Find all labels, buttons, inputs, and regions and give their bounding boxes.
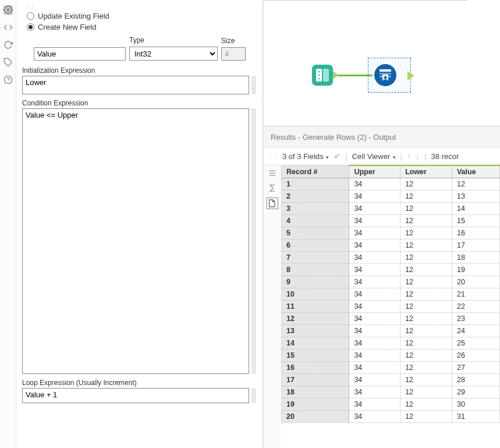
cell[interactable]: 34 (349, 337, 400, 349)
cell[interactable]: 15 (452, 214, 499, 227)
cell[interactable]: 12 (400, 190, 452, 202)
table-row[interactable]: 18341229 (282, 386, 500, 398)
table-row[interactable]: 6341217 (282, 239, 500, 251)
table-row[interactable]: 3341214 (282, 202, 500, 214)
cell[interactable]: 12 (400, 239, 452, 251)
col-header[interactable]: Lower (400, 165, 452, 178)
cell[interactable]: 34 (349, 300, 400, 312)
grip-icon[interactable]: ⋮⋮⋮ (267, 151, 286, 158)
cell[interactable]: 34 (349, 324, 400, 337)
table-row[interactable]: 5341216 (282, 227, 500, 239)
radio-update-existing[interactable]: Update Existing Field (27, 12, 256, 20)
cell[interactable]: 20 (452, 276, 499, 288)
cell[interactable]: 34 (349, 178, 400, 190)
cell[interactable]: 12 (452, 178, 499, 190)
refresh-icon[interactable] (3, 40, 13, 50)
table-row[interactable]: 7341218 (282, 251, 500, 263)
output-anchor-icon[interactable] (407, 71, 414, 80)
table-row[interactable]: 16341227 (282, 361, 500, 373)
radio-create-new[interactable]: Create New Field (27, 23, 256, 31)
loop-expr-textarea[interactable]: Value + 1 (22, 388, 249, 403)
table-row[interactable]: 11341222 (282, 300, 500, 312)
cell[interactable]: 12 (400, 312, 452, 324)
table-row[interactable]: 1341212 (282, 178, 500, 190)
view-sigma-icon[interactable] (267, 182, 278, 194)
cell[interactable]: 12 (400, 410, 452, 422)
cell[interactable]: 27 (452, 361, 499, 373)
table-row[interactable]: 12341223 (282, 312, 500, 324)
cell[interactable]: 18 (452, 251, 499, 263)
cell[interactable]: 34 (349, 349, 400, 361)
cell[interactable]: 22 (452, 300, 499, 312)
cell[interactable]: 34 (349, 276, 400, 288)
code-icon[interactable] (3, 22, 13, 33)
cell[interactable]: 34 (349, 288, 400, 300)
view-page-icon[interactable] (267, 197, 278, 209)
cell[interactable]: 34 (349, 361, 400, 373)
cell[interactable]: 34 (349, 410, 400, 422)
cell[interactable]: 12 (400, 227, 452, 239)
input-tool-node[interactable] (310, 63, 335, 87)
table-row[interactable]: 14341225 (282, 337, 500, 349)
cell[interactable]: 21 (452, 288, 499, 300)
cell[interactable]: 12 (400, 300, 452, 312)
cell[interactable]: 34 (349, 202, 400, 214)
cell[interactable]: 34 (349, 373, 400, 386)
cell[interactable]: 12 (400, 178, 452, 190)
help-icon[interactable] (3, 75, 13, 85)
cell[interactable]: 34 (349, 251, 400, 263)
cell[interactable]: 12 (400, 276, 452, 288)
scrollbar-icon[interactable] (251, 108, 256, 374)
cell[interactable]: 31 (452, 410, 499, 422)
cell[interactable]: 30 (452, 398, 499, 410)
table-row[interactable]: 4341215 (282, 214, 500, 227)
cell[interactable]: 34 (349, 312, 400, 324)
cell[interactable]: 26 (452, 349, 499, 361)
col-header[interactable]: Record # (282, 165, 349, 178)
cell[interactable]: 12 (400, 386, 452, 398)
cell[interactable]: 17 (452, 239, 499, 251)
table-row[interactable]: 8341219 (282, 263, 500, 276)
view-list-icon[interactable] (267, 167, 278, 179)
workflow-canvas[interactable] (264, 0, 500, 127)
cond-expr-textarea[interactable]: Value <= Upper (22, 108, 249, 374)
table-row[interactable]: 19341230 (282, 398, 500, 410)
cell[interactable]: 34 (349, 239, 400, 251)
cell[interactable]: 12 (400, 349, 452, 361)
cell[interactable]: 12 (400, 324, 452, 337)
table-row[interactable]: 13341224 (282, 324, 500, 337)
cell[interactable]: 34 (349, 386, 400, 398)
cell[interactable]: 12 (400, 214, 452, 227)
cell[interactable]: 34 (349, 214, 400, 227)
cell[interactable]: 29 (452, 386, 499, 398)
col-header[interactable]: Value (452, 165, 499, 178)
table-row[interactable]: 2341213 (282, 190, 500, 202)
cell[interactable]: 12 (400, 263, 452, 276)
table-row[interactable]: 10341221 (282, 288, 500, 300)
table-row[interactable]: 17341228 (282, 373, 500, 386)
fields-summary[interactable]: 3 of 3 Fields ▾ (282, 152, 329, 161)
cell[interactable]: 12 (400, 288, 452, 300)
cell[interactable]: 34 (349, 398, 400, 410)
connection-line[interactable] (333, 75, 373, 76)
cell[interactable]: 12 (400, 202, 452, 214)
cell[interactable]: 34 (349, 190, 400, 202)
cell[interactable]: 12 (400, 337, 452, 349)
cell[interactable]: 13 (452, 190, 499, 202)
col-header[interactable]: Upper (349, 165, 400, 178)
init-expr-textarea[interactable]: Lower (22, 76, 249, 94)
cell[interactable]: 12 (400, 373, 452, 386)
output-anchor-icon[interactable] (333, 71, 339, 79)
table-row[interactable]: 20341231 (282, 410, 500, 422)
check-icon[interactable]: ✔ (334, 151, 341, 161)
cell[interactable]: 25 (452, 337, 499, 349)
cell[interactable]: 23 (452, 312, 499, 324)
cell[interactable]: 12 (400, 251, 452, 263)
cell[interactable]: 19 (452, 263, 499, 276)
cell[interactable]: 34 (349, 263, 400, 276)
cell-viewer-dropdown[interactable]: Cell Viewer ▾ (352, 152, 396, 161)
cell[interactable]: 28 (452, 373, 499, 386)
cell[interactable]: 12 (400, 361, 452, 373)
cell[interactable]: 24 (452, 324, 499, 337)
gear-icon[interactable] (3, 5, 13, 15)
